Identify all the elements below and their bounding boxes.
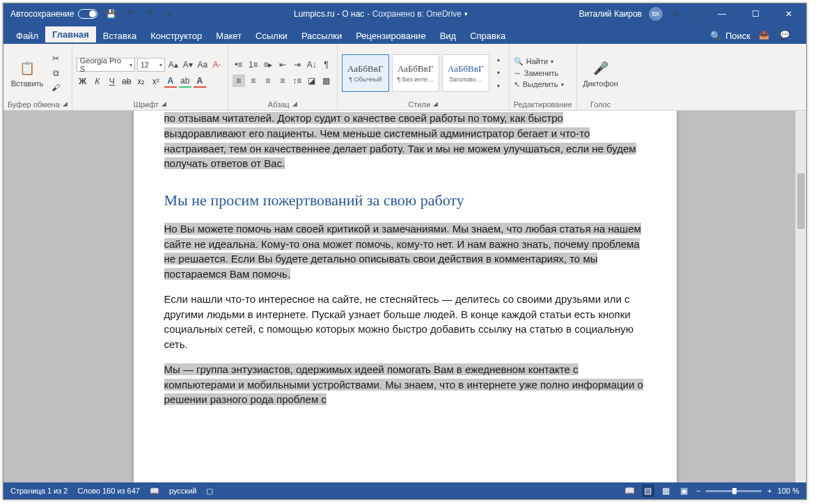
print-layout-icon[interactable]: ▤ (642, 485, 654, 497)
text-effects-icon[interactable]: A (164, 75, 177, 88)
account-name[interactable]: Виталий Каиров (579, 9, 642, 19)
highlight-color-icon[interactable]: ab (179, 75, 191, 88)
bold-button[interactable]: Ж (77, 75, 89, 88)
body-text[interactable]: по отзывам читателей. Доктор судит о кач… (164, 112, 636, 169)
zoom-in-button[interactable]: + (767, 487, 771, 495)
format-painter-icon[interactable]: 🖌 (49, 81, 62, 94)
line-spacing-icon[interactable]: ↕≡ (291, 74, 304, 87)
styles-scroll-up-icon[interactable]: ▴ (492, 54, 505, 66)
spellcheck-icon[interactable]: 📖 (150, 487, 159, 496)
grow-font-icon[interactable]: A▴ (167, 58, 180, 71)
align-left-icon[interactable]: ≡ (233, 74, 245, 87)
tab-references[interactable]: Ссылки (249, 28, 294, 44)
change-case-icon[interactable]: Aa (196, 58, 209, 71)
find-button[interactable]: 🔍Найти▾ (514, 57, 572, 66)
ribbon-display-icon[interactable]: ⬚ (689, 8, 702, 20)
decrease-indent-icon[interactable]: ⇤ (276, 58, 289, 71)
macro-record-icon[interactable]: ▢ (206, 487, 213, 496)
redo-icon[interactable]: ↷ (143, 8, 156, 20)
font-name-combo[interactable]: Georgia Pro S (77, 58, 135, 72)
style-no-spacing[interactable]: АаБбВвГ ¶ Без инте… (392, 54, 439, 92)
style-heading1[interactable]: АаБбВвГ Заголово… (442, 54, 489, 92)
dialog-launcher-icon[interactable]: ◢ (292, 100, 297, 109)
tab-mailings[interactable]: Рассылки (294, 28, 349, 44)
tab-file[interactable]: Файл (9, 28, 45, 44)
scroll-thumb[interactable] (797, 173, 805, 229)
borders-icon[interactable]: ▦ (320, 74, 333, 87)
status-page[interactable]: Страница 1 из 2 (10, 487, 68, 495)
tab-design[interactable]: Конструктор (143, 28, 209, 44)
focus-mode-icon[interactable]: ▣ (678, 485, 691, 497)
toggle-on-icon[interactable] (78, 9, 97, 19)
window-title: Lumpics.ru - О нас - Сохранено в: OneDri… (182, 9, 579, 19)
drawing-mode-icon[interactable]: ✎ (670, 8, 682, 20)
tab-insert[interactable]: Вставка (96, 28, 143, 44)
align-right-icon[interactable]: ≡ (262, 74, 274, 87)
zoom-level[interactable]: 100 % (778, 487, 799, 495)
styles-gallery-icon[interactable]: ▾ (492, 80, 505, 93)
document-canvas[interactable]: по отзывам читателей. Доктор судит о кач… (3, 111, 806, 482)
web-layout-icon[interactable]: ▦ (660, 485, 673, 497)
bullets-icon[interactable]: •≡ (233, 58, 245, 71)
increase-indent-icon[interactable]: ⇥ (291, 58, 304, 71)
replace-button[interactable]: ↔Заменить (514, 69, 572, 77)
style-normal[interactable]: АаБбВвГ ¶ Обычный (342, 54, 389, 92)
strikethrough-button[interactable]: ab (120, 75, 133, 88)
italic-button[interactable]: К (91, 75, 104, 88)
shrink-font-icon[interactable]: A▾ (182, 58, 194, 71)
shading-icon[interactable]: ◪ (306, 74, 318, 87)
sort-icon[interactable]: A↓ (306, 58, 318, 71)
dictate-button[interactable]: 🎤 Диктофон (581, 47, 620, 99)
select-button[interactable]: ↖Выделить▾ (514, 80, 572, 89)
tab-view[interactable]: Вид (433, 28, 464, 44)
dialog-launcher-icon[interactable]: ◢ (433, 100, 438, 109)
qat-more-icon[interactable]: ▾ (163, 8, 175, 20)
save-icon[interactable]: 💾 (104, 8, 117, 20)
subscript-button[interactable]: x₂ (135, 75, 148, 88)
underline-button[interactable]: Ч (106, 75, 118, 88)
dialog-launcher-icon[interactable]: ◢ (63, 100, 68, 109)
avatar[interactable]: ВК (649, 7, 663, 21)
show-hide-marks-icon[interactable]: ¶ (320, 58, 333, 71)
autosave-toggle[interactable]: Автосохранение (10, 9, 97, 19)
justify-icon[interactable]: ≡ (276, 74, 289, 87)
tab-help[interactable]: Справка (463, 28, 512, 44)
dialog-launcher-icon[interactable]: ◢ (162, 100, 166, 109)
cut-icon[interactable]: ✂ (49, 52, 62, 65)
font-size-combo[interactable]: 12 (137, 58, 165, 72)
heading-2[interactable]: Мы не просим пожертвований за свою работ… (164, 189, 646, 212)
paste-button[interactable]: 📋 Вставить (8, 47, 47, 99)
tab-layout[interactable]: Макет (209, 28, 249, 44)
maximize-button[interactable]: ☐ (742, 3, 769, 24)
multilevel-list-icon[interactable]: ≡▸ (262, 58, 274, 71)
body-text[interactable]: Но Вы можете помочь нам своей критикой и… (164, 223, 641, 280)
undo-icon[interactable]: ↶ (124, 8, 136, 20)
zoom-slider[interactable] (706, 490, 762, 492)
tab-review[interactable]: Рецензирование (349, 28, 432, 44)
read-mode-icon[interactable]: 📖 (624, 485, 636, 497)
status-language[interactable]: русский (169, 487, 196, 495)
comments-icon[interactable]: 💬 (778, 29, 791, 41)
zoom-out-button[interactable]: − (696, 487, 700, 495)
body-text[interactable]: Если нашли что-то интересное на сайте, н… (164, 293, 634, 350)
vertical-scrollbar[interactable] (795, 111, 806, 482)
status-words[interactable]: Слово 160 из 647 (77, 487, 140, 495)
body-text[interactable]: Мы — группа энтузиастов, одержимых идеей… (164, 363, 643, 406)
group-font: Georgia Pro S 12 A▴ A▾ Aa A◦ Ж К Ч ab x₂… (72, 44, 228, 110)
align-center-icon[interactable]: ≡ (247, 74, 260, 87)
search-field[interactable]: 🔍 Поиск (703, 31, 757, 44)
group-styles: АаБбВвГ ¶ Обычный АаБбВвГ ¶ Без инте… Аа… (338, 44, 510, 110)
superscript-button[interactable]: x² (150, 75, 162, 88)
clear-formatting-icon[interactable]: A◦ (211, 58, 223, 71)
share-icon[interactable]: 📤 (757, 29, 770, 41)
copy-icon[interactable]: ⧉ (49, 67, 62, 79)
tab-home[interactable]: Главная (45, 26, 96, 44)
chevron-down-icon[interactable]: ▾ (464, 10, 468, 17)
numbering-icon[interactable]: 1≡ (247, 58, 260, 71)
autosave-label: Автосохранение (10, 9, 74, 19)
styles-scroll-down-icon[interactable]: ▾ (492, 67, 505, 79)
minimize-button[interactable]: — (709, 3, 735, 24)
close-button[interactable]: ✕ (776, 3, 802, 24)
font-color-icon[interactable]: A (194, 75, 206, 88)
clipboard-icon: 📋 (17, 58, 37, 78)
